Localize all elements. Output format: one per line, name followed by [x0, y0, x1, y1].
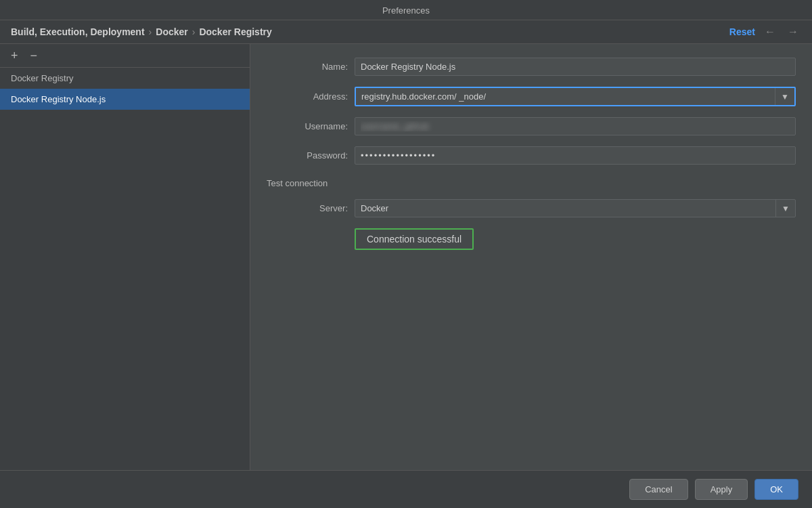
sidebar-toolbar: + − — [0, 44, 250, 68]
breadcrumb: Build, Execution, Deployment › Docker › … — [11, 26, 272, 37]
apply-button[interactable]: Apply — [695, 479, 748, 500]
address-field-wrapper: ▼ — [355, 87, 796, 106]
username-row: Username: — [267, 117, 796, 135]
main-content: + − Docker Registry Docker Registry Node… — [0, 44, 812, 470]
breadcrumb-sep1: › — [149, 26, 152, 37]
sidebar: + − Docker Registry Docker Registry Node… — [0, 44, 250, 470]
test-connection-title: Test connection — [267, 178, 796, 188]
connection-status-row: Connection successful — [267, 228, 796, 250]
sidebar-item-docker-registry[interactable]: Docker Registry — [0, 68, 250, 89]
breadcrumb-sep2: › — [192, 26, 196, 37]
sidebar-list: Docker Registry Docker Registry Node.js — [0, 68, 250, 470]
breadcrumb-part2: Docker — [156, 26, 187, 37]
server-label: Server: — [267, 203, 348, 213]
server-dropdown-button[interactable]: ▼ — [775, 200, 795, 217]
password-label: Password: — [267, 150, 348, 161]
cancel-button[interactable]: Cancel — [629, 479, 687, 500]
password-input[interactable] — [355, 146, 796, 165]
connection-status-badge: Connection successful — [355, 228, 474, 250]
address-input[interactable] — [356, 88, 775, 105]
reset-button[interactable]: Reset — [729, 26, 755, 37]
name-input[interactable] — [355, 58, 796, 76]
dialog-title: Preferences — [382, 5, 430, 16]
breadcrumb-row: Build, Execution, Deployment › Docker › … — [0, 20, 812, 44]
remove-button[interactable]: − — [28, 48, 41, 63]
breadcrumb-part3: Docker Registry — [199, 26, 271, 37]
server-row: Server: Docker ▼ — [267, 199, 796, 217]
breadcrumb-right: Reset ← → — [729, 26, 801, 38]
title-bar: Preferences — [0, 0, 812, 20]
server-select-wrapper: Docker ▼ — [355, 199, 796, 217]
sidebar-item-docker-registry-nodejs[interactable]: Docker Registry Node.js — [0, 89, 250, 110]
name-row: Name: — [267, 58, 796, 76]
add-button[interactable]: + — [8, 48, 21, 63]
server-select[interactable]: Docker — [355, 200, 775, 217]
form-panel: Name: Address: ▼ Username: Password: Tes… — [250, 44, 812, 470]
back-arrow-button[interactable]: ← — [762, 26, 778, 38]
username-label: Username: — [267, 121, 348, 131]
password-row: Password: — [267, 146, 796, 165]
breadcrumb-part1: Build, Execution, Deployment — [11, 26, 145, 37]
name-label: Name: — [267, 62, 348, 72]
address-row: Address: ▼ — [267, 87, 796, 106]
ok-button[interactable]: OK — [754, 479, 798, 500]
username-input[interactable] — [355, 117, 796, 135]
footer: Cancel Apply OK — [0, 470, 812, 508]
forward-arrow-button[interactable]: → — [785, 26, 801, 38]
address-dropdown-button[interactable]: ▼ — [775, 88, 794, 105]
address-label: Address: — [267, 91, 348, 102]
